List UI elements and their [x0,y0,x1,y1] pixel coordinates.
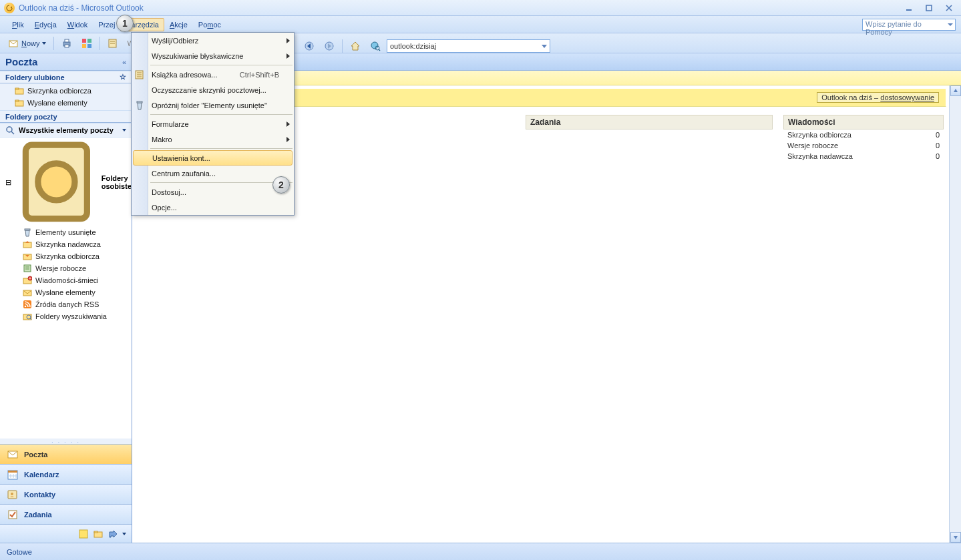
chevron-down-icon[interactable] [122,129,126,131]
col-tasks: Zadania [526,115,773,162]
tree-root-personal-folders[interactable]: ⊟ Foldery osobiste [0,139,132,226]
svg-rect-10 [82,44,86,48]
search-icon [5,125,15,135]
tree-item-rss[interactable]: Źródła danych RSS [0,298,132,310]
print-icon [61,38,72,49]
menu-item-3[interactable]: Książka adresowa...Ctrl+Shift+B [132,67,294,82]
tree-item-inbox[interactable]: Skrzynka odbiorcza [0,250,132,262]
menu-item-label: Makro [152,135,172,144]
browse-button[interactable] [367,39,384,53]
status-text: Gotowe [7,548,32,556]
chevron-down-icon[interactable] [947,21,954,29]
svg-rect-1 [906,9,912,11]
menu-item-7[interactable]: Formularze [132,116,294,131]
drafts-icon [23,264,32,273]
nav-tasks[interactable]: Zadania [0,504,132,524]
svg-rect-7 [65,45,69,47]
menu-plik[interactable]: Plik [7,18,29,31]
col-messages-header: Wiadomości [783,115,944,129]
toolbar-separator [53,37,54,50]
new-button[interactable]: Nowy [5,36,49,51]
menu-separator [150,114,293,115]
menu-pomoc[interactable]: Pomoc [193,18,226,31]
menu-item-4[interactable]: Oczyszczanie skrzynki pocztowej... [132,82,294,97]
addressbook-toolbar-button[interactable] [104,36,122,51]
menu-item-8[interactable]: Makro [132,131,294,147]
categorize-button[interactable] [78,36,95,51]
sidebar-item-inbox[interactable]: Skrzynka odbiorcza [0,85,132,97]
tree-item-junk[interactable]: Wiadomości-śmieci [0,274,132,286]
nav-calendar[interactable]: Kalendarz [0,464,132,484]
menu-item-11[interactable]: Centrum zaufania... [132,166,294,181]
svg-point-57 [11,493,13,495]
nav-contacts[interactable]: Kontakty [0,484,132,504]
menu-widok[interactable]: Widok [62,18,93,31]
close-button[interactable] [941,3,957,13]
menu-item-5[interactable]: Opróżnij folder "Elementy usunięte" [132,97,294,113]
favorites-header[interactable]: Foldery ulubione☆ [0,71,132,83]
back-button[interactable] [301,39,318,53]
shortcuts-icon[interactable] [108,529,118,539]
svg-rect-61 [94,531,98,533]
mail-icon [7,449,19,461]
chevron-down-icon[interactable] [540,41,548,52]
menu-item-14[interactable]: Opcje... [132,200,294,215]
sidebar-header: Poczta « [0,53,132,71]
forward-button[interactable] [321,39,338,53]
folder-list-icon[interactable] [93,529,104,539]
tree-item-search-folders[interactable]: Foldery wyszukiwania [0,310,132,322]
tree-item-deleted[interactable]: Elementy usunięte [0,226,132,238]
sidebar-item-sent[interactable]: Wysłane elementy [0,97,132,109]
menu-item-label: Wyślij/Odbierz [152,37,198,45]
calendar-icon [7,469,19,481]
mailfolders-header[interactable]: Foldery poczty [0,110,132,123]
home-button[interactable] [347,39,364,53]
vertical-scrollbar[interactable] [949,85,961,543]
nav-configure-button[interactable] [122,533,126,535]
minimize-button[interactable] [901,3,917,13]
svg-point-20 [371,42,378,49]
menu-akcje[interactable]: Akcje [164,18,193,31]
addressbook-icon [108,38,118,49]
menu-item-10[interactable]: Ustawienia kont... [133,150,293,166]
tree-item-outbox[interactable]: Skrzynka nadawcza [0,238,132,250]
tree-item-sent[interactable]: Wysłane elementy [0,286,132,298]
back-icon [304,41,315,51]
svg-marker-23 [542,45,547,48]
menu-item-1[interactable]: Wyszukiwanie błyskawiczne [132,48,294,63]
msg-row-drafts[interactable]: Wersje robocze0 [783,140,944,151]
menu-item-label: Ustawienia kont... [152,154,210,162]
folder-icon [15,86,24,95]
svg-rect-2 [926,5,932,11]
svg-rect-8 [82,39,86,43]
help-question-input[interactable]: Wpisz pytanie do Pomocy [862,19,956,31]
col-tasks-header: Zadania [526,115,773,129]
nav-splitter[interactable]: · · · · · [0,439,132,444]
tree-collapse-icon[interactable]: ⊟ [5,178,11,187]
nav-mail[interactable]: Poczta [0,444,132,464]
msg-row-outbox[interactable]: Skrzynka nadawcza0 [783,151,944,162]
all-mail-items[interactable]: Wszystkie elementy poczty [0,123,132,137]
scroll-up-button[interactable] [950,85,961,96]
notes-icon[interactable] [78,529,89,539]
menu-item-label: Wyszukiwanie błyskawiczne [152,52,243,60]
svg-rect-32 [25,229,30,230]
msg-row-inbox[interactable]: Skrzynka odbiorcza0 [783,129,944,140]
menu-item-13[interactable]: Dostosuj... [132,184,294,200]
print-button[interactable] [58,36,75,51]
col-messages: Wiadomości Skrzynka odbiorcza0 Wersje ro… [783,115,944,162]
svg-rect-51 [8,471,17,473]
scroll-down-button[interactable] [950,532,961,543]
chevron-down-icon[interactable] [42,42,46,45]
maximize-button[interactable] [921,3,937,13]
collapse-sidebar-button[interactable]: « [122,58,126,66]
address-input[interactable]: outlook:dzisiaj [387,39,550,53]
callout-1: 1 [116,15,134,32]
menu-item-0[interactable]: Wyślij/Odbierz [132,33,294,48]
help-placeholder: Wpisz pytanie do Pomocy [866,20,922,36]
customize-outlook-today-link[interactable]: Outlook na dziś – dostosowywanie [817,92,939,103]
outbox-icon [23,240,32,249]
tree-item-drafts[interactable]: Wersje robocze [0,262,132,274]
inbox-icon [23,252,32,261]
menu-edycja[interactable]: Edycja [29,18,62,31]
